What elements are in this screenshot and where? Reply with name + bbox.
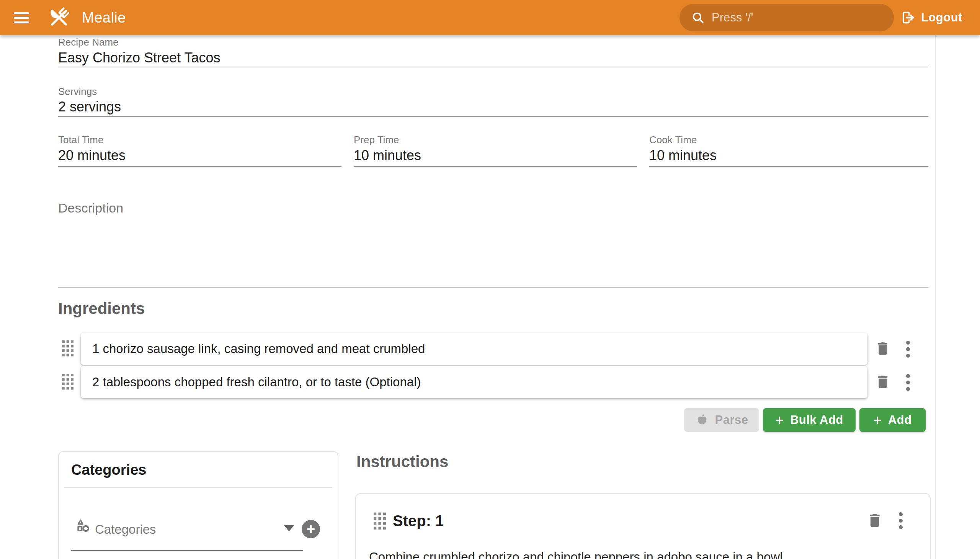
ingredient-input[interactable]: 2 tablespoons chopped fresh cilantro, or… xyxy=(81,366,868,398)
cook-time-underline xyxy=(649,166,928,167)
categories-select[interactable]: Categories xyxy=(95,522,156,537)
ingredient-menu-button[interactable] xyxy=(906,341,910,357)
kebab-icon xyxy=(906,341,910,345)
app-header: Mealie Logout xyxy=(0,0,980,35)
servings-underline xyxy=(58,116,928,117)
step-text-input[interactable]: Combine crumbled chorizo and chipotle pe… xyxy=(369,547,912,559)
instructions-heading: Instructions xyxy=(356,453,448,471)
ingredient-menu-button[interactable] xyxy=(906,374,910,391)
delete-ingredient-button[interactable] xyxy=(874,340,891,358)
trash-icon xyxy=(866,511,884,529)
kebab-icon xyxy=(899,512,903,516)
parse-label: Parse xyxy=(715,413,749,427)
drag-handle-icon[interactable] xyxy=(62,374,73,391)
categories-divider xyxy=(64,487,332,488)
ingredients-heading: Ingredients xyxy=(58,299,145,318)
kebab-icon xyxy=(906,374,910,378)
categories-card-title: Categories xyxy=(71,462,146,478)
recipe-name-input[interactable]: Easy Chorizo Street Tacos xyxy=(58,50,220,66)
delete-step-button[interactable] xyxy=(866,511,884,530)
logout-icon xyxy=(901,10,916,25)
ingredient-input[interactable]: 1 chorizo sausage link, casing removed a… xyxy=(81,333,868,365)
delete-ingredient-button[interactable] xyxy=(874,373,891,391)
ingredient-text: 1 chorizo sausage link, casing removed a… xyxy=(92,342,425,356)
step-title: Step: 1 xyxy=(393,512,444,529)
servings-input[interactable]: 2 servings xyxy=(58,99,121,115)
ingredient-text: 2 tablespoons chopped fresh cilantro, or… xyxy=(92,375,421,389)
bulk-add-button[interactable]: + Bulk Add xyxy=(763,408,856,432)
plus-icon: + xyxy=(873,413,882,427)
prep-time-label: Prep Time xyxy=(354,134,399,146)
mealie-logo-icon xyxy=(45,4,73,31)
cook-time-label: Cook Time xyxy=(649,134,697,146)
category-shapes-icon xyxy=(75,518,91,535)
add-category-button[interactable]: + xyxy=(302,520,320,538)
step-menu-button[interactable] xyxy=(899,512,903,529)
chevron-down-icon[interactable] xyxy=(284,525,294,531)
trash-icon xyxy=(874,340,891,357)
add-label: Add xyxy=(888,413,912,427)
content-right-divider xyxy=(935,35,935,559)
apple-icon xyxy=(695,413,709,427)
trash-icon xyxy=(874,373,891,390)
categories-select-underline xyxy=(71,550,303,551)
description-textarea[interactable] xyxy=(58,214,928,286)
plus-icon: + xyxy=(775,413,784,427)
logout-label: Logout xyxy=(921,11,962,25)
drag-handle-icon[interactable] xyxy=(62,341,73,358)
menu-icon[interactable] xyxy=(14,11,29,24)
plus-icon: + xyxy=(307,522,315,536)
recipe-name-underline xyxy=(58,67,928,68)
prep-time-underline xyxy=(354,166,637,167)
prep-time-input[interactable]: 10 minutes xyxy=(354,147,421,164)
total-time-underline xyxy=(58,166,342,167)
total-time-input[interactable]: 20 minutes xyxy=(58,147,126,164)
recipe-editor-page: Mealie Logout Recipe Name Easy Chorizo S… xyxy=(0,0,980,559)
recipe-name-label: Recipe Name xyxy=(58,36,119,48)
description-label: Description xyxy=(58,201,123,215)
search-input[interactable] xyxy=(712,11,873,25)
logout-button[interactable]: Logout xyxy=(901,0,962,35)
app-title: Mealie xyxy=(82,0,126,35)
drag-handle-icon[interactable] xyxy=(373,512,386,531)
parse-button[interactable]: Parse xyxy=(684,408,759,432)
add-ingredient-button[interactable]: + Add xyxy=(859,408,925,432)
cook-time-input[interactable]: 10 minutes xyxy=(649,147,717,164)
search-bar[interactable] xyxy=(679,4,894,31)
description-underline xyxy=(58,287,928,288)
total-time-label: Total Time xyxy=(58,134,104,146)
search-icon xyxy=(691,11,705,25)
bulk-add-label: Bulk Add xyxy=(790,413,843,427)
servings-label: Servings xyxy=(58,86,97,98)
